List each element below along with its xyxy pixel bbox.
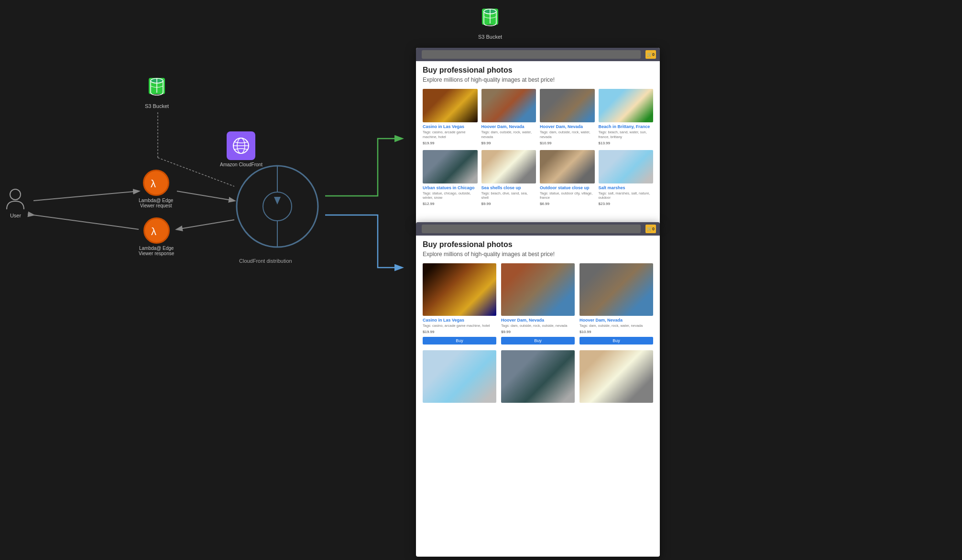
svg-point-21 xyxy=(263,192,292,221)
photo-thumb xyxy=(599,89,654,122)
photo-thumb-lg xyxy=(579,350,653,403)
lambda-response: λ Lambda@ EdgeViewer response xyxy=(139,217,174,256)
cf-distribution-label: CloudFront distribution xyxy=(239,258,292,264)
page-subtitle-1: Explore millions of high-quality images … xyxy=(423,76,653,83)
photo-thumb xyxy=(423,150,478,183)
photos-grid-2-bottom xyxy=(423,350,653,403)
page-title-1: Buy professional photos xyxy=(423,66,653,75)
cart-btn-1[interactable]: 🛒 0 xyxy=(645,50,656,59)
svg-line-2 xyxy=(177,220,234,229)
photo-thumb xyxy=(481,150,536,183)
lambda-request: λ Lambda@ EdgeViewer request xyxy=(139,170,173,208)
photo-thumb xyxy=(540,89,595,122)
svg-line-3 xyxy=(33,215,139,229)
photo-card: Casino in Las Vegas Tags: casino, arcade… xyxy=(423,263,496,345)
buy-button[interactable]: Buy xyxy=(579,337,653,345)
page-title-2: Buy professional photos xyxy=(423,240,653,249)
cloudfront-icon: Amazon CloudFront xyxy=(220,131,262,167)
photo-card: Urban statues in Chicago Tags: statue, c… xyxy=(423,150,478,207)
cart-btn-2[interactable]: 🛒 0 xyxy=(645,225,656,233)
photo-card: Casino in Las Vegas Tags: casino, arcade… xyxy=(423,89,478,146)
photo-card: Hoover Dam, Nevada Tags: dam, outside, r… xyxy=(501,263,575,345)
photo-card: Hoover Dam, Nevada Tags: dam, outside, r… xyxy=(481,89,536,146)
buy-button[interactable]: Buy xyxy=(423,337,496,345)
address-bar-2[interactable] xyxy=(422,225,641,233)
user-icon: User xyxy=(2,186,29,218)
page-subtitle-2: Explore millions of high-quality images … xyxy=(423,251,653,258)
s3-bucket-mid: S3 Bucket xyxy=(142,72,171,109)
buy-button[interactable]: Buy xyxy=(501,337,575,345)
photo-thumb xyxy=(599,150,654,183)
photos-grid-2-top: Casino in Las Vegas Tags: casino, arcade… xyxy=(423,263,653,345)
svg-line-0 xyxy=(33,191,139,201)
browser-bar-1: 🛒 0 xyxy=(416,48,660,61)
s3-bucket-top: S3 Bucket xyxy=(476,2,504,40)
photo-card: Beach in Brittany, France Tags: beach, s… xyxy=(599,89,654,146)
svg-text:λ: λ xyxy=(151,226,156,237)
photo-thumb xyxy=(423,89,478,122)
photo-card: Sea shells close up Tags: beach, dive, s… xyxy=(481,150,536,207)
svg-line-1 xyxy=(177,191,234,201)
browser-window-1: 🛒 0 Buy professional photos Explore mill… xyxy=(416,48,660,225)
photo-thumb-lg xyxy=(501,350,575,403)
browser-window-2: 🛒 0 Buy professional photos Explore mill… xyxy=(416,222,660,557)
photo-card xyxy=(423,350,496,403)
photo-card: Hoover Dam, Nevada Tags: dam, outside, r… xyxy=(540,89,595,146)
photo-thumb-lg xyxy=(501,263,575,316)
photos-grid-1: Casino in Las Vegas Tags: casino, arcade… xyxy=(423,89,653,207)
browser-bar-2: 🛒 0 xyxy=(416,222,660,236)
photo-thumb xyxy=(481,89,536,122)
photo-thumb-lg xyxy=(423,263,496,316)
photo-thumb-lg xyxy=(579,263,653,316)
photo-thumb xyxy=(540,150,595,183)
photo-card: Outdoor statue close up Tags: statue, ou… xyxy=(540,150,595,207)
photo-card: Hoover Dam, Nevada Tags: dam, outside, r… xyxy=(579,263,653,345)
photo-thumb-lg xyxy=(423,350,496,403)
photo-card xyxy=(579,350,653,403)
address-bar-1[interactable] xyxy=(422,50,641,59)
svg-point-14 xyxy=(10,189,21,200)
photo-card xyxy=(501,350,575,403)
svg-text:λ: λ xyxy=(151,178,156,190)
photo-card: Salt marshes Tags: salt, marshes, salt, … xyxy=(599,150,654,207)
